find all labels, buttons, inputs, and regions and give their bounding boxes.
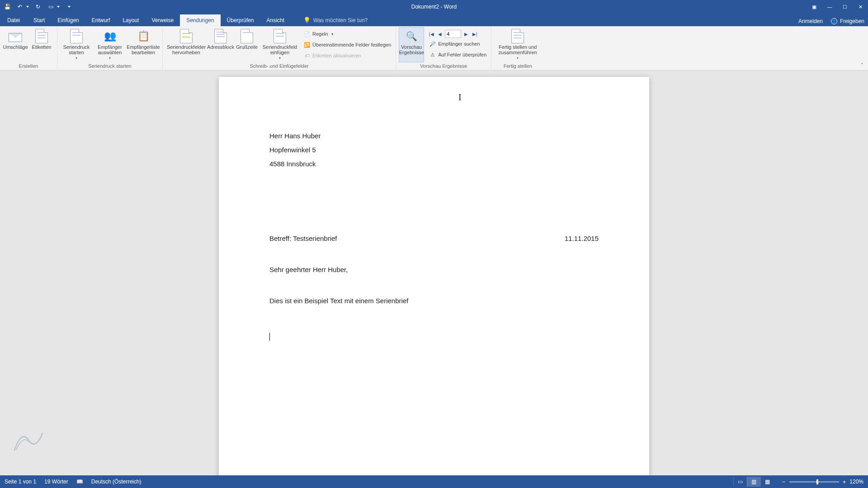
seriendruckfeld-label: Seriendruckfeld einfügen xyxy=(260,44,299,55)
print-layout-button[interactable]: ▥ xyxy=(747,477,760,487)
zoom-out-button[interactable]: − xyxy=(782,479,786,485)
word-count[interactable]: 19 Wörter xyxy=(44,479,68,485)
record-number-input[interactable] xyxy=(445,30,461,38)
qat-customize-icon[interactable] xyxy=(68,6,71,8)
group-vorschau-label: Vorschau Ergebnisse xyxy=(399,62,488,70)
grusszeile-button[interactable]: Grußzeile xyxy=(234,27,259,62)
envelope-icon xyxy=(9,33,22,42)
tab-verweise[interactable]: Verweise xyxy=(145,14,180,26)
undo-dropdown-icon[interactable] xyxy=(26,6,29,8)
close-button[interactable]: ✕ xyxy=(853,0,868,14)
tell-me-search[interactable]: 💡 Was möchten Sie tun? xyxy=(303,17,368,26)
adressblock-button[interactable]: Adressblock xyxy=(208,27,233,62)
first-record-button[interactable]: |◀ xyxy=(428,30,435,38)
address-line-3: 4588 Innsbruck xyxy=(269,160,599,168)
fertigstellen-label: Fertig stellen und zusammenführen xyxy=(494,44,541,55)
matchfields-icon: 🔁 xyxy=(304,42,310,48)
greetingline-icon xyxy=(241,29,253,43)
dropdown-icon: ▾ xyxy=(75,56,77,60)
document-body[interactable]: Herr Hans Huber Hopfenwinkel 5 4588 Inns… xyxy=(219,77,649,342)
minimize-button[interactable]: ― xyxy=(822,0,837,14)
text-cursor-icon: I xyxy=(458,92,462,103)
zoom-in-button[interactable]: + xyxy=(843,479,846,485)
web-layout-button[interactable]: ▦ xyxy=(760,477,774,487)
next-record-button[interactable]: ▶ xyxy=(462,30,470,38)
record-navigator: |◀ ◀ ▶ ▶| xyxy=(428,30,488,38)
document-workspace: I Herr Hans Huber Hopfenwinkel 5 4588 In… xyxy=(0,70,868,475)
share-button[interactable]: Freigeben xyxy=(840,18,864,24)
tab-datei[interactable]: Datei xyxy=(0,14,27,26)
last-record-button[interactable]: ▶| xyxy=(471,30,478,38)
tab-sendungen[interactable]: Sendungen xyxy=(180,14,220,26)
etiketten-label: Etiketten xyxy=(32,44,52,50)
window-title: Dokument2 - Word xyxy=(411,4,457,10)
ribbon: Umschläge Etiketten Erstellen Seriendruc… xyxy=(0,26,868,70)
felder-festlegen-button[interactable]: 🔁Übereinstimmende Felder festlegen xyxy=(302,40,393,50)
tab-start[interactable]: Start xyxy=(27,14,51,26)
mailmerge-start-icon xyxy=(70,29,83,43)
date-line: 11.11.2015 xyxy=(565,235,599,242)
umschlaege-button[interactable]: Umschläge xyxy=(3,27,28,62)
subject-line: Betreff: Testserienbrief xyxy=(269,235,337,242)
quick-access-toolbar: 💾 ↶ ↻ ▭ xyxy=(0,3,74,10)
salutation-line: Sehr geehrter Herr Huber, xyxy=(269,266,599,273)
regeln-button[interactable]: 📄Regeln▾ xyxy=(302,29,393,39)
finish-merge-icon xyxy=(511,29,524,43)
seriendruck-starten-button[interactable]: Seriendruck starten ▾ xyxy=(60,27,93,62)
vorschau-ergebnisse-button[interactable]: 🔍 Vorschau Ergebnisse xyxy=(399,27,424,62)
undo-icon[interactable]: ↶ xyxy=(16,3,24,10)
dropdown-icon: ▾ xyxy=(109,56,111,60)
group-seriendruck-starten: Seriendruck starten ▾ 👥 Empfänger auswäh… xyxy=(57,26,163,70)
fertigstellen-button[interactable]: Fertig stellen und zusammenführen ▾ xyxy=(494,27,541,62)
highlight-fields-icon xyxy=(180,29,193,43)
etiketten-aktualisieren-button: 🏷Etiketten aktualisieren xyxy=(302,51,393,61)
fehler-ueberpruefen-button[interactable]: ⚠Auf Fehler überprüfen xyxy=(428,50,488,60)
language-indicator[interactable]: Deutsch (Österreich) xyxy=(91,479,142,485)
touch-dropdown-icon[interactable] xyxy=(57,6,60,8)
dropdown-icon: ▾ xyxy=(331,32,333,36)
tab-ansicht[interactable]: Ansicht xyxy=(260,14,291,26)
zoom-level[interactable]: 120% xyxy=(849,479,863,485)
ribbon-display-icon[interactable]: ▣ xyxy=(807,0,822,14)
group-erstellen: Umschläge Etiketten Erstellen xyxy=(0,26,57,70)
page-indicator[interactable]: Seite 1 von 1 xyxy=(5,479,36,485)
touch-mode-icon[interactable]: ▭ xyxy=(47,3,54,10)
status-bar: Seite 1 von 1 19 Wörter 📖 Deutsch (Öster… xyxy=(0,475,868,488)
empfaenger-suchen-label: Empfänger suchen xyxy=(438,41,480,47)
sign-in-link[interactable]: Anmelden xyxy=(798,18,823,24)
seriendruckfeld-einfuegen-button[interactable]: Seriendruckfeld einfügen ▾ xyxy=(260,27,299,62)
tab-layout[interactable]: Layout xyxy=(116,14,145,26)
vorschau-label: Vorschau Ergebnisse xyxy=(399,44,424,55)
empfaenger-auswaehlen-label: Empfänger auswählen xyxy=(94,44,126,55)
title-bar: 💾 ↶ ↻ ▭ Dokument2 - Word ▣ ― ☐ ✕ xyxy=(0,0,868,14)
preview-icon: 🔍 xyxy=(404,29,419,43)
save-icon[interactable]: 💾 xyxy=(4,3,11,10)
empfaengerliste-bearbeiten-button[interactable]: 📋 Empfängerliste bearbeiten xyxy=(127,27,160,62)
felder-festlegen-label: Übereinstimmende Felder festlegen xyxy=(312,42,391,47)
felder-hervorheben-label: Seriendruckfelder hervorheben xyxy=(165,44,207,55)
felder-hervorheben-button[interactable]: Seriendruckfelder hervorheben xyxy=(165,27,207,62)
tab-ueberpruefen[interactable]: Überprüfen xyxy=(221,14,260,26)
document-page[interactable]: I Herr Hans Huber Hopfenwinkel 5 4588 In… xyxy=(219,77,649,475)
read-mode-button[interactable]: ▭ xyxy=(733,477,747,487)
empfaenger-auswaehlen-button[interactable]: 👥 Empfänger auswählen ▾ xyxy=(94,27,126,62)
prev-record-button[interactable]: ◀ xyxy=(436,30,443,38)
tab-einfuegen[interactable]: Einfügen xyxy=(51,14,85,26)
empfaenger-suchen-button[interactable]: 🔎Empfänger suchen xyxy=(428,39,488,49)
group-seriendruck-starten-label: Seriendruck starten xyxy=(60,62,160,70)
tab-entwurf[interactable]: Entwurf xyxy=(85,14,117,26)
tell-me-placeholder: Was möchten Sie tun? xyxy=(313,17,368,23)
maximize-button[interactable]: ☐ xyxy=(837,0,853,14)
spellcheck-icon[interactable]: 📖 xyxy=(76,479,83,485)
dropdown-icon: ▾ xyxy=(279,56,281,60)
zoom-slider[interactable] xyxy=(789,481,839,483)
update-labels-icon: 🏷 xyxy=(304,52,310,59)
adressblock-label: Adressblock xyxy=(207,44,234,50)
body-line: Dies ist ein Beispiel Text mit einem Ser… xyxy=(269,297,599,305)
redo-icon[interactable]: ↻ xyxy=(34,3,42,10)
collapse-ribbon-button[interactable]: ˄ xyxy=(861,62,863,68)
regeln-label: Regeln xyxy=(312,31,328,37)
address-line-2: Hopfenwinkel 5 xyxy=(269,146,599,154)
etiketten-button[interactable]: Etiketten xyxy=(29,27,54,62)
address-line-1: Herr Hans Huber xyxy=(269,132,599,140)
